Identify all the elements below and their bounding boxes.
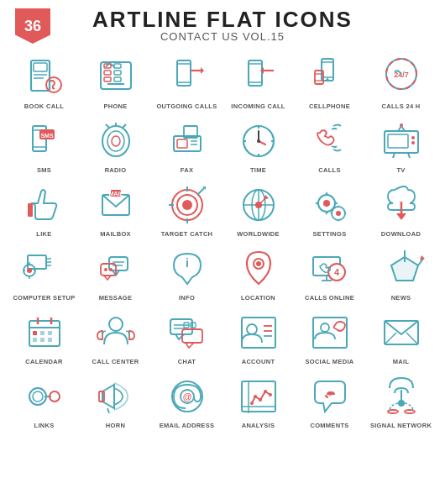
icon-label: PHONE	[103, 102, 127, 110]
icon-label: EMAIL ADDRESS	[160, 422, 215, 429]
svg-point-110	[256, 261, 261, 266]
icon-label: FAX	[181, 166, 194, 174]
svg-rect-128	[33, 338, 37, 342]
icon-label: COMPUTER SETUP	[13, 294, 75, 302]
icon-calls: CALLS	[296, 115, 364, 176]
svg-rect-127	[48, 331, 52, 335]
title-sub: CONTACT US VOL.15	[92, 30, 353, 43]
title-block: ARTLINE FLAT ICONS CONTACT US VOL.15	[92, 8, 353, 43]
icon-label: SIGNAL NETWORK	[370, 422, 432, 429]
svg-point-93	[27, 268, 32, 273]
icon-book-call: BOOK CALL	[10, 51, 78, 112]
icon-links: LINKS	[10, 370, 78, 431]
header: 36 ARTLINE FLAT ICONS CONTACT US VOL.15	[0, 0, 445, 46]
icon-mailbox: MAIL MAILBOX	[81, 179, 149, 239]
badge-number: 36	[24, 18, 41, 35]
svg-point-62	[400, 123, 403, 127]
icon-calls-online: 4 CALLS ONLINE	[296, 243, 364, 303]
icon-label: SOCIAL MEDIA	[305, 358, 353, 365]
svg-rect-130	[48, 338, 52, 342]
icon-horn: HORN	[81, 370, 149, 431]
svg-rect-138	[242, 318, 275, 348]
icon-download: DOWNLOAD	[367, 179, 435, 239]
icon-label: INCOMING CALL	[231, 102, 285, 110]
svg-point-64	[411, 136, 415, 139]
svg-point-39	[107, 131, 124, 151]
icon-label: HORN	[106, 422, 125, 429]
icon-tv: TV	[367, 115, 435, 176]
svg-marker-17	[201, 67, 204, 74]
icon-call-center: CALL CENTER	[81, 307, 149, 367]
icon-label: SMS	[37, 166, 51, 174]
svg-point-107	[109, 268, 113, 271]
icon-account: ACCOUNT	[224, 307, 292, 367]
icon-label: TV	[396, 166, 405, 174]
svg-point-88	[336, 211, 341, 216]
icon-news: NEWS	[367, 243, 435, 303]
svg-text:@: @	[182, 391, 191, 402]
svg-line-76	[197, 188, 204, 195]
icon-label: COMMENTS	[310, 422, 348, 429]
icon-info: i INFO	[153, 243, 221, 303]
icon-calendar: CALENDAR	[10, 307, 78, 367]
svg-text:SMS: SMS	[40, 133, 54, 139]
icon-label: CALLS 24 H	[382, 102, 421, 110]
svg-point-162	[259, 398, 262, 402]
icon-label: DOWNLOAD	[381, 230, 421, 238]
icon-mail: MAIL	[367, 307, 435, 367]
svg-point-131	[109, 318, 123, 331]
svg-point-148	[29, 388, 46, 405]
icon-label: ACCOUNT	[242, 358, 275, 365]
icon-label: INFO	[179, 294, 195, 302]
svg-line-42	[123, 124, 126, 128]
icon-label: CALLS	[318, 166, 341, 174]
icon-settings: SETTINGS	[296, 179, 364, 239]
svg-rect-11	[114, 77, 121, 81]
svg-rect-6	[104, 64, 111, 68]
svg-rect-129	[40, 338, 44, 342]
svg-text:4: 4	[333, 267, 339, 277]
icon-label: TIME	[250, 166, 266, 174]
svg-line-153	[107, 408, 109, 413]
icon-label: CALL CENTER	[92, 358, 139, 365]
icon-label: CALLS ONLINE	[305, 294, 354, 302]
svg-point-106	[104, 268, 107, 271]
icon-label: NEWS	[391, 294, 411, 302]
svg-point-52	[257, 139, 260, 143]
icon-time: TIME	[224, 115, 292, 176]
svg-point-26	[326, 78, 328, 81]
icon-analysis: ANALYSIS	[224, 370, 292, 431]
icon-message: MESSAGE	[81, 243, 149, 303]
icons-grid: BOOK CALL PHONE	[0, 46, 445, 436]
svg-line-147	[406, 333, 418, 344]
icon-radio: RADIO	[81, 115, 149, 176]
icon-label: LOCATION	[241, 294, 275, 302]
icon-label: MESSAGE	[99, 294, 133, 302]
svg-point-72	[182, 200, 192, 210]
svg-point-161	[254, 395, 257, 398]
badge: 36	[15, 8, 50, 44]
svg-rect-10	[114, 71, 121, 75]
svg-rect-7	[104, 71, 111, 75]
icon-calls-24h: 24/7 CALLS 24 H	[367, 51, 435, 112]
svg-rect-126	[40, 331, 44, 335]
svg-rect-5	[101, 62, 131, 89]
icon-signal-network: SIGNAL NETWORK	[367, 370, 435, 431]
icon-sms: SMS SMS	[10, 115, 78, 176]
svg-point-86	[323, 200, 330, 207]
icon-label: OUTGOING CALLS	[156, 102, 217, 110]
icon-comments: COMMENTS	[296, 370, 364, 431]
svg-line-146	[385, 333, 396, 344]
icon-label: LIKE	[36, 230, 51, 238]
icon-incoming-call: INCOMING CALL	[224, 51, 292, 112]
icon-social-media: SOCIAL MEDIA	[296, 307, 364, 367]
icon-label: RADIO	[105, 166, 127, 174]
icon-label: CHAT	[178, 358, 196, 365]
icon-computer-setup: COMPUTER SETUP	[10, 243, 78, 303]
svg-point-40	[112, 136, 120, 146]
icon-label: ANALYSIS	[242, 422, 275, 429]
icon-email-address: @ EMAIL ADDRESS	[153, 370, 221, 431]
svg-rect-46	[177, 139, 187, 148]
svg-point-65	[411, 141, 415, 144]
icon-worldwide: WORLDWIDE	[224, 179, 292, 239]
